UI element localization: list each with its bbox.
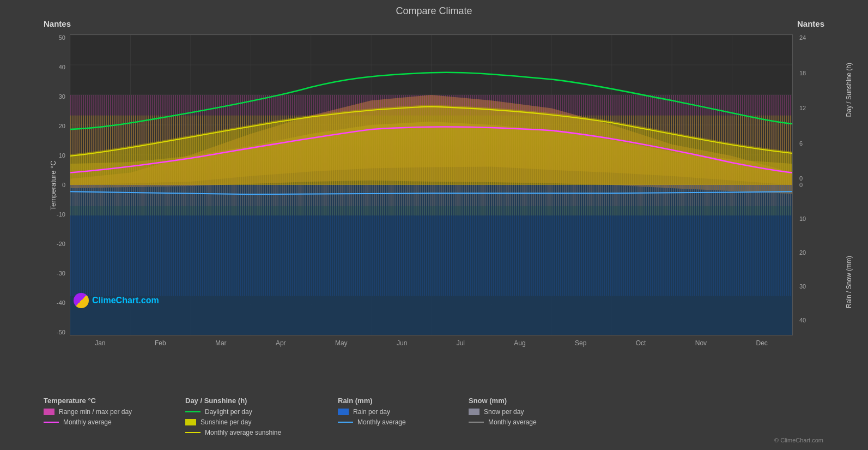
legend-rain-swatch: Rain per day — [338, 408, 447, 416]
y-left-n20: -20 — [57, 241, 65, 247]
x-label-dec: Dec — [756, 339, 767, 347]
svg-rect-30 — [70, 185, 792, 296]
y-left-n30: -30 — [57, 270, 65, 277]
legend-area: Temperature °C Range min / max per day M… — [44, 397, 824, 439]
x-label-jan: Jan — [95, 339, 105, 347]
legend-sunshine-avg-label: Monthly average sunshine — [205, 429, 281, 436]
logo-bottom-left: ClimeChart.com — [74, 293, 159, 308]
x-label-may: May — [335, 339, 348, 347]
chart-plot-area: Jan Feb Mar Apr May Jun Jul Aug Sep Oct … — [70, 34, 793, 335]
copyright: © ClimeChart.com — [774, 437, 823, 443]
x-label-feb: Feb — [155, 339, 166, 347]
legend-temp-avg: Monthly average — [44, 418, 163, 426]
sunshine-avg-line — [185, 432, 201, 433]
y-left-10: 10 — [59, 152, 65, 159]
x-label-sep: Sep — [575, 339, 586, 347]
legend-rain-avg: Monthly average — [338, 418, 447, 426]
x-label-jul: Jul — [457, 339, 465, 347]
legend-daylight: Daylight per day — [185, 408, 316, 416]
legend-temp-title: Temperature °C — [44, 397, 163, 405]
temp-avg-line — [44, 422, 59, 423]
snow-avg-line — [469, 422, 484, 423]
legend-snow-label: Snow per day — [484, 408, 524, 416]
snow-swatch — [469, 409, 479, 415]
y-left-0: 0 — [62, 182, 65, 188]
legend-snow-avg-label: Monthly average — [488, 418, 537, 426]
y-right-18: 18 — [799, 70, 806, 76]
temp-range-swatch — [44, 409, 54, 415]
legend-snow-swatch: Snow per day — [469, 408, 578, 416]
chart-section: Nantes Nantes ClimeChart.com 50 40 30 20… — [44, 19, 824, 352]
page-title: Compare Climate — [0, 0, 868, 19]
x-label-nov: Nov — [695, 339, 707, 347]
legend-temp-range-label: Range min / max per day — [59, 408, 132, 416]
legend-temperature: Temperature °C Range min / max per day M… — [44, 397, 163, 439]
y-left-n50: -50 — [57, 329, 65, 335]
y-right-30: 30 — [799, 283, 806, 290]
location-label-left: Nantes — [44, 19, 71, 28]
legend-snow: Snow (mm) Snow per day Monthly average — [469, 397, 578, 439]
legend-rain-label: Rain per day — [353, 408, 390, 416]
axis-title-right-top: Day / Sunshine (h) — [845, 63, 853, 117]
y-right-0top: 0 — [799, 175, 803, 182]
axis-title-left: Temperature °C — [49, 160, 57, 210]
page-container: Compare Climate Nantes Nantes ClimeChart… — [0, 0, 868, 450]
legend-temp-avg-label: Monthly average — [63, 418, 112, 426]
y-right-6: 6 — [799, 140, 803, 147]
x-label-jun: Jun — [397, 339, 407, 347]
y-axis-right-bottom: 0 10 20 30 40 — [797, 182, 824, 323]
legend-row: Temperature °C Range min / max per day M… — [44, 397, 824, 439]
y-left-n40: -40 — [57, 299, 65, 306]
y-left-30: 30 — [59, 93, 65, 100]
legend-rain: Rain (mm) Rain per day Monthly average — [338, 397, 447, 439]
x-axis-labels: Jan Feb Mar Apr May Jun Jul Aug Sep Oct … — [70, 339, 792, 347]
y-right-10: 10 — [799, 215, 806, 222]
y-left-50: 50 — [59, 34, 65, 41]
legend-sunshine-label: Sunshine per day — [201, 418, 251, 426]
axis-title-right-bottom: Rain / Snow (mm) — [845, 256, 853, 308]
x-label-aug: Aug — [514, 339, 525, 347]
chart-svg — [70, 35, 792, 335]
daylight-line — [185, 411, 201, 412]
y-axis-right-top: 24 18 12 6 0 — [797, 34, 824, 182]
rain-swatch — [338, 409, 349, 415]
legend-daylight-label: Daylight per day — [205, 408, 252, 416]
rain-avg-line — [338, 422, 353, 423]
y-left-n10: -10 — [57, 211, 65, 218]
legend-snow-avg: Monthly average — [469, 418, 578, 426]
legend-snow-title: Snow (mm) — [469, 397, 578, 405]
legend-rain-title: Rain (mm) — [338, 397, 447, 405]
logo-icon-bottom — [74, 293, 89, 308]
legend-sunshine-avg: Monthly average sunshine — [185, 429, 316, 436]
y-right-40: 40 — [799, 317, 806, 323]
y-left-20: 20 — [59, 123, 65, 129]
y-right-0bottom: 0 — [799, 182, 803, 188]
y-right-12: 12 — [799, 105, 806, 111]
x-label-apr: Apr — [276, 339, 286, 347]
legend-sunshine: Day / Sunshine (h) Daylight per day Suns… — [185, 397, 316, 439]
logo-text-bottom: ClimeChart.com — [92, 296, 159, 305]
location-label-right: Nantes — [797, 19, 824, 28]
y-right-20: 20 — [799, 249, 806, 256]
legend-sunshine-title: Day / Sunshine (h) — [185, 397, 316, 405]
legend-rain-avg-label: Monthly average — [357, 418, 406, 426]
x-label-oct: Oct — [636, 339, 646, 347]
y-left-40: 40 — [59, 64, 65, 70]
legend-temp-range: Range min / max per day — [44, 408, 163, 416]
y-right-24: 24 — [799, 34, 806, 41]
sunshine-swatch — [185, 419, 196, 425]
x-label-mar: Mar — [215, 339, 227, 347]
legend-sunshine-swatch: Sunshine per day — [185, 418, 316, 426]
